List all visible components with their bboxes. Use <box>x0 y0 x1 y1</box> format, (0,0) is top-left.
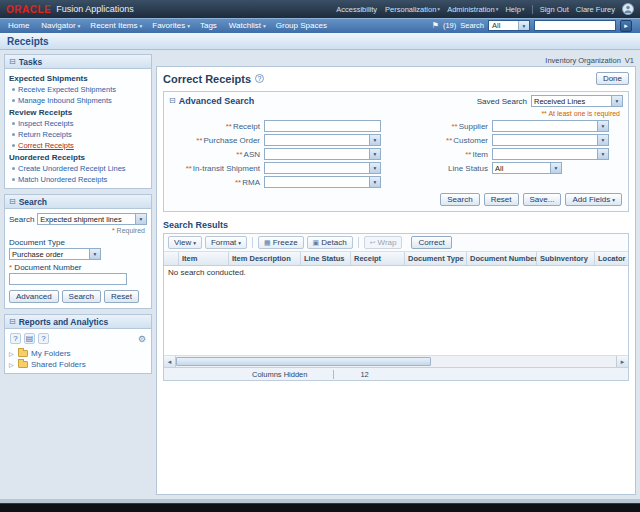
add-fields-button[interactable]: Add Fields▾ <box>565 193 622 206</box>
saved-search-select[interactable]: Received Lines ▾ <box>531 95 623 107</box>
wrench-icon[interactable]: ⚙ <box>138 334 146 344</box>
advanced-button[interactable]: Advanced <box>9 290 59 303</box>
user-avatar-icon[interactable] <box>622 3 634 15</box>
done-button[interactable]: Done <box>596 72 629 85</box>
task-link-manage-inbound-shipments[interactable]: Manage Inbound Shipments <box>9 95 147 106</box>
search-panel-header[interactable]: ⊟ Search <box>5 195 151 209</box>
line-status-select[interactable]: All▾ <box>492 162 562 174</box>
nav-home[interactable]: Home <box>8 21 31 30</box>
info-icon[interactable]: ? <box>38 333 49 344</box>
task-link-create-unordered-receipt-lines[interactable]: Create Unordered Receipt Lines <box>9 163 147 174</box>
task-link-match-unordered-receipts[interactable]: Match Unordered Receipts <box>9 174 147 185</box>
nav-recent-items[interactable]: Recent Items▾ <box>90 21 142 30</box>
format-menu-button[interactable]: Format▾ <box>205 236 247 249</box>
freeze-button[interactable]: ▦Freeze <box>258 236 304 249</box>
adv-search-button[interactable]: Search <box>440 193 479 206</box>
global-search-input[interactable] <box>534 20 616 31</box>
search-scope-dropdown-button[interactable]: ▾ <box>518 21 529 30</box>
search-scope-select[interactable]: All ▾ <box>488 20 530 31</box>
report-icon[interactable]: ▤ <box>24 333 35 344</box>
sidebar-search-button[interactable]: Search <box>62 290 101 303</box>
expander-icon[interactable]: ▷ <box>9 350 17 357</box>
column-header-locator[interactable]: Locator <box>595 252 640 265</box>
column-header-item-description[interactable]: Item Description <box>229 252 301 265</box>
item-dropdown-button[interactable]: ▾ <box>597 149 608 159</box>
chevron-down-icon: ▾ <box>602 137 605 143</box>
sidebar-reset-button[interactable]: Reset <box>104 290 139 303</box>
in-transit-shipment-input[interactable] <box>265 163 369 173</box>
advanced-search-section: ⊟ Advanced Search Saved Search Received … <box>163 91 629 212</box>
expander-icon[interactable]: ▷ <box>9 361 17 368</box>
scroll-right-arrow[interactable]: ► <box>616 356 628 367</box>
select-column-header[interactable] <box>164 252 179 265</box>
line-status-dropdown-button[interactable]: ▾ <box>550 163 561 173</box>
supplier-input[interactable] <box>493 121 597 131</box>
nav-watchlist[interactable]: Watchlist▾ <box>229 21 266 30</box>
user-name[interactable]: Clare Furey <box>576 5 615 14</box>
column-header-item[interactable]: Item <box>179 252 229 265</box>
collapse-icon[interactable]: ⊟ <box>169 97 176 105</box>
asn-input[interactable] <box>265 149 369 159</box>
adv-reset-button[interactable]: Reset <box>484 193 519 206</box>
help-menu[interactable]: Help▾ <box>505 5 524 14</box>
correct-button[interactable]: Correct <box>411 236 451 249</box>
accessibility-link[interactable]: Accessibility <box>336 5 378 14</box>
tree-item-shared-folders[interactable]: ▷ Shared Folders <box>9 359 147 370</box>
help-icon[interactable]: ? <box>10 333 21 344</box>
in-transit-shipment-dropdown-button[interactable]: ▾ <box>369 163 380 173</box>
task-group-expected-shipments: Expected Shipments <box>9 74 147 83</box>
view-menu-button[interactable]: View▾ <box>168 236 202 249</box>
nav-navigator[interactable]: Navigator▾ <box>41 21 80 30</box>
reports-panel-header[interactable]: ⊟ Reports and Analytics <box>5 315 151 329</box>
column-header-document-type[interactable]: Document Type <box>405 252 467 265</box>
line-status-label-text: Line Status <box>448 164 488 173</box>
help-icon[interactable]: ? <box>255 74 264 83</box>
scroll-left-arrow[interactable]: ◄ <box>164 356 176 367</box>
collapse-icon[interactable]: ⊟ <box>9 198 16 206</box>
search-type-select[interactable]: Expected shipment lines ▾ <box>37 213 147 225</box>
tasks-panel-header[interactable]: ⊟ Tasks <box>5 55 151 69</box>
tree-item-my-folders[interactable]: ▷ My Folders <box>9 348 147 359</box>
purchase-order-field-label: **Purchase Order <box>168 136 264 145</box>
rma-dropdown-button[interactable]: ▾ <box>369 177 380 187</box>
task-link-correct-receipts[interactable]: Correct Receipts <box>9 140 147 151</box>
document-type-select[interactable]: Purchase order ▾ <box>9 248 101 260</box>
task-link-return-receipts[interactable]: Return Receipts <box>9 129 147 140</box>
document-type-dropdown-button[interactable]: ▾ <box>89 249 100 259</box>
inventory-organization-value[interactable]: V1 <box>625 56 634 65</box>
scrollbar-thumb[interactable] <box>176 357 431 366</box>
personalization-menu[interactable]: Personalization▾ <box>385 5 440 14</box>
item-input[interactable] <box>493 149 597 159</box>
document-number-input[interactable] <box>9 273 127 285</box>
column-header-subinventory[interactable]: Subinventory <box>537 252 595 265</box>
rma-input[interactable] <box>265 177 369 187</box>
purchase-order-input[interactable] <box>265 135 369 145</box>
nav-group-spaces[interactable]: Group Spaces <box>276 21 329 30</box>
task-link-inspect-receipts[interactable]: Inspect Receipts <box>9 118 147 129</box>
customer-dropdown-button[interactable]: ▾ <box>597 135 608 145</box>
receipt-input[interactable] <box>265 121 380 131</box>
column-header-document-number[interactable]: Document Number <box>467 252 537 265</box>
scrollbar-track[interactable] <box>176 356 616 367</box>
collapse-icon[interactable]: ⊟ <box>9 58 16 66</box>
asn-dropdown-button[interactable]: ▾ <box>369 149 380 159</box>
column-header-receipt[interactable]: Receipt <box>351 252 405 265</box>
collapse-icon[interactable]: ⊟ <box>9 318 16 326</box>
supplier-dropdown-button[interactable]: ▾ <box>597 121 608 131</box>
purchase-order-dropdown-button[interactable]: ▾ <box>369 135 380 145</box>
nav-tags[interactable]: Tags <box>200 21 219 30</box>
search-go-button[interactable]: ▸ <box>620 20 632 32</box>
nav-favorites[interactable]: Favorites▾ <box>152 21 190 30</box>
task-link-receive-expected-shipments[interactable]: Receive Expected Shipments <box>9 84 147 95</box>
watchlist-flag-icon[interactable]: ⚑ <box>432 21 439 30</box>
save-button[interactable]: Save... <box>523 193 562 206</box>
administration-menu[interactable]: Administration▾ <box>447 5 498 14</box>
horizontal-scrollbar[interactable]: ◄ ► <box>164 355 628 367</box>
column-header-line-status[interactable]: Line Status <box>301 252 351 265</box>
detach-button[interactable]: ▣Detach <box>307 236 353 249</box>
saved-search-dropdown-button[interactable]: ▾ <box>611 96 622 106</box>
customer-input[interactable] <box>493 135 597 145</box>
watchlist-count[interactable]: (19) <box>443 21 456 30</box>
search-type-dropdown-button[interactable]: ▾ <box>135 214 146 224</box>
sign-out-link[interactable]: Sign Out <box>540 5 569 14</box>
